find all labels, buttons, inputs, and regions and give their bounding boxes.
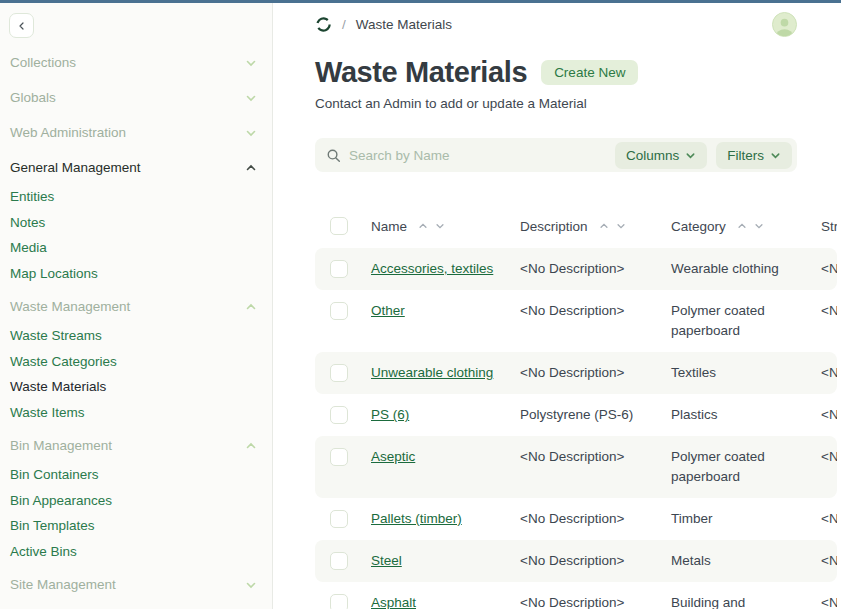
sidebar-section-site-management[interactable]: Site Management	[0, 568, 272, 601]
sidebar-item-active-bins[interactable]: Active Bins	[0, 539, 272, 565]
description-cell: <No Description>	[520, 582, 671, 609]
sort-descending-icon[interactable]	[435, 221, 445, 231]
materials-table: Name Description Category	[315, 204, 837, 609]
sidebar-section-collections[interactable]: Collections	[0, 46, 272, 79]
streams-cell: <N	[821, 582, 837, 609]
row-checkbox[interactable]	[330, 510, 348, 528]
category-cell: Textiles	[671, 352, 821, 394]
column-header-name: Name	[371, 219, 520, 234]
table-row: Accessories, textiles <No Description> W…	[315, 248, 837, 290]
category-cell: Metals	[671, 540, 821, 582]
sidebar-item-bin-containers[interactable]: Bin Containers	[0, 462, 272, 488]
material-link[interactable]: PS (6)	[371, 407, 409, 422]
material-link[interactable]: Steel	[371, 553, 402, 568]
row-checkbox[interactable]	[330, 364, 348, 382]
sidebar-item-media[interactable]: Media	[0, 235, 272, 261]
column-label: Str	[821, 219, 837, 234]
category-cell: Building and	[671, 582, 821, 609]
chevron-left-icon	[16, 20, 28, 32]
description-cell: <No Description>	[520, 540, 671, 582]
category-cell: Wearable clothing	[671, 248, 821, 290]
page-subtitle: Contact an Admin to add or update a Mate…	[315, 96, 797, 111]
sort-descending-icon[interactable]	[754, 221, 764, 231]
table-row: Aseptic <No Description> Polymer coated …	[315, 436, 837, 498]
filters-button-label: Filters	[727, 148, 764, 163]
sidebar-collapse-button[interactable]	[9, 13, 34, 38]
create-new-button[interactable]: Create New	[541, 60, 638, 85]
chevron-up-icon	[245, 162, 257, 174]
chevron-down-icon	[245, 127, 257, 139]
table-row: Steel <No Description> Metals <N	[315, 540, 837, 582]
column-header-description: Description	[520, 219, 671, 234]
table-row: Unwearable clothing <No Description> Tex…	[315, 352, 837, 394]
streams-cell: <N	[821, 248, 837, 290]
sidebar-item-notes[interactable]: Notes	[0, 210, 272, 236]
sidebar-section-web-administration[interactable]: Web Administration	[0, 116, 272, 149]
material-link[interactable]: Accessories, textiles	[371, 261, 493, 276]
select-all-checkbox[interactable]	[330, 217, 348, 235]
row-checkbox[interactable]	[330, 552, 348, 570]
table-toolbar: Columns Filters	[315, 138, 797, 172]
filters-button[interactable]: Filters	[716, 142, 792, 169]
material-link[interactable]: Pallets (timber)	[371, 511, 462, 526]
description-cell: <No Description>	[520, 498, 671, 540]
streams-cell: <N	[821, 352, 837, 394]
chevron-down-icon	[245, 57, 257, 69]
page-head: Waste Materials Create New Contact an Ad…	[273, 55, 841, 111]
material-link[interactable]: Other	[371, 303, 405, 318]
sidebar-section-general-management[interactable]: General Management	[0, 151, 272, 184]
sort-descending-icon[interactable]	[616, 221, 626, 231]
chevron-down-icon	[245, 579, 257, 591]
sidebar-section-waste-management[interactable]: Waste Management	[0, 290, 272, 323]
sidebar-item-map-locations[interactable]: Map Locations	[0, 261, 272, 287]
sidebar-section-globals[interactable]: Globals	[0, 81, 272, 114]
sidebar-item-entities[interactable]: Entities	[0, 184, 272, 210]
sidebar-item-waste-materials[interactable]: Waste Materials	[0, 374, 272, 400]
material-link[interactable]: Unwearable clothing	[371, 365, 493, 380]
description-cell: <No Description>	[520, 436, 671, 478]
chevron-down-icon	[245, 92, 257, 104]
streams-cell: <N	[821, 498, 837, 540]
table-row: Pallets (timber) <No Description> Timber…	[315, 498, 837, 540]
description-cell: Polystyrene (PS-6)	[520, 394, 671, 436]
user-icon	[773, 15, 796, 36]
table-header-row: Name Description Category	[315, 204, 837, 248]
user-avatar[interactable]	[772, 12, 797, 37]
row-checkbox[interactable]	[330, 260, 348, 278]
main-header: / Waste Materials	[273, 3, 841, 46]
section-label: Site Management	[10, 576, 116, 593]
sidebar-section-bin-management[interactable]: Bin Management	[0, 429, 272, 462]
columns-button[interactable]: Columns	[615, 142, 707, 169]
chevron-up-icon	[245, 301, 257, 313]
row-checkbox[interactable]	[330, 302, 348, 320]
streams-cell: <N	[821, 394, 837, 436]
section-label: Waste Management	[10, 298, 130, 315]
sidebar-item-waste-streams[interactable]: Waste Streams	[0, 323, 272, 349]
section-label: Web Administration	[10, 124, 126, 141]
sidebar-item-bin-appearances[interactable]: Bin Appearances	[0, 488, 272, 514]
section-label: Bin Management	[10, 437, 112, 454]
column-label: Category	[671, 219, 726, 234]
section-label: Globals	[10, 89, 56, 106]
chevron-down-icon	[685, 150, 696, 161]
row-checkbox[interactable]	[330, 406, 348, 424]
sidebar-item-waste-categories[interactable]: Waste Categories	[0, 349, 272, 375]
sort-ascending-icon[interactable]	[599, 221, 609, 231]
search-input[interactable]	[341, 148, 606, 163]
description-cell: <No Description>	[520, 352, 671, 394]
material-link[interactable]: Asphalt	[371, 595, 416, 609]
sort-ascending-icon[interactable]	[737, 221, 747, 231]
chevron-down-icon	[770, 150, 781, 161]
column-header-streams: Str	[821, 219, 837, 234]
material-link[interactable]: Aseptic	[371, 449, 415, 464]
sidebar-item-waste-items[interactable]: Waste Items	[0, 400, 272, 426]
table-row: PS (6) Polystyrene (PS-6) Plastics <N	[315, 394, 837, 436]
description-cell: <No Description>	[520, 290, 671, 332]
row-checkbox[interactable]	[330, 448, 348, 466]
section-label: Collections	[10, 54, 76, 71]
header-checkbox-cell	[315, 217, 371, 235]
sort-ascending-icon[interactable]	[418, 221, 428, 231]
row-checkbox[interactable]	[330, 594, 348, 609]
app-logo-icon[interactable]	[315, 16, 332, 33]
sidebar-item-bin-templates[interactable]: Bin Templates	[0, 513, 272, 539]
